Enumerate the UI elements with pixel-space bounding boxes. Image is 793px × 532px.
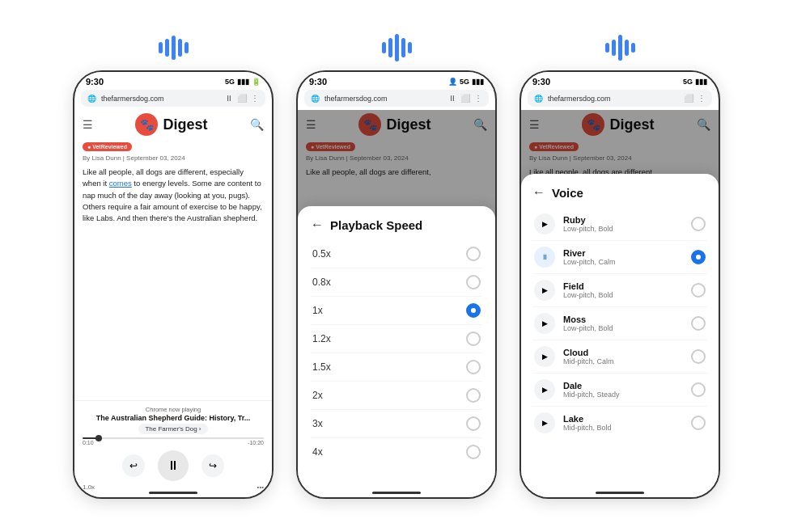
speed-label-1[interactable]: 1.0x (83, 483, 95, 491)
article-header-3: ☰ 🐾 Digest 🔍 (521, 110, 719, 137)
speed-option-4[interactable]: 4x (311, 438, 482, 466)
status-bar-1: 9:30 5G ▮▮▮ 🔋 (74, 72, 272, 90)
speed-radio-08[interactable] (466, 275, 481, 289)
pause-button-1[interactable]: ⏸ (158, 450, 189, 481)
phone1-col: 9:30 5G ▮▮▮ 🔋 🌐 thefarmersdog.com ⏸ ⬜ ⋮ (73, 33, 274, 499)
voice-play-river[interactable]: ⏸ (534, 247, 555, 268)
hamburger-icon-2[interactable]: ☰ (306, 118, 316, 131)
digest-logo-2: 🐾 Digest (358, 113, 430, 136)
menu-icon-1[interactable]: ⋮ (251, 94, 259, 103)
voice-info-dale: Dale Mid-pitch, Steady (563, 381, 683, 399)
voice-play-cloud[interactable]: ▶ (534, 346, 555, 367)
speed-option-3[interactable]: 3x (311, 410, 482, 438)
voice-option-river[interactable]: ⏸ River Low-pitch, Calm (532, 241, 707, 274)
voice-option-dale[interactable]: ▶ Dale Mid-pitch, Steady (532, 374, 707, 407)
voice-option-field[interactable]: ▶ Field Low-pitch, Bold (532, 274, 707, 307)
browser-bar-2[interactable]: 🌐 thefarmersdog.com ⏸ ⬜ ⋮ (304, 90, 489, 107)
voice-option-ruby[interactable]: ▶ Ruby Low-pitch, Bold (532, 208, 707, 241)
pause-icon-1[interactable]: ⏸ (225, 94, 233, 103)
voice-info-lake: Lake Mid-pitch, Bold (563, 414, 683, 432)
voice-radio-river[interactable] (691, 250, 706, 264)
tab-icon-3[interactable]: ⬜ (684, 94, 693, 103)
menu-icon-3[interactable]: ⋮ (698, 94, 706, 103)
speed-option-08[interactable]: 0.8x (311, 268, 482, 297)
tab-icon-2[interactable]: ⬜ (460, 94, 470, 103)
voice-radio-ruby[interactable] (691, 217, 706, 231)
status-bar-2: 9:30 👤 5G ▮▮▮ (298, 72, 495, 90)
speed-option-15[interactable]: 1.5x (311, 353, 482, 382)
speed-back-arrow[interactable]: ← (311, 217, 324, 232)
speed-option-12[interactable]: 1.2x (311, 325, 482, 353)
progress-bar-1[interactable]: 0:10 -10:20 (83, 437, 264, 445)
phone2-col: 9:30 👤 5G ▮▮▮ 🌐 thefarmersdog.com ⏸ ⬜ ⋮ (296, 33, 497, 499)
speed-radio-3[interactable] (466, 416, 481, 431)
voice-radio-cloud[interactable] (691, 349, 706, 364)
voice-option-lake[interactable]: ▶ Lake Mid-pitch, Bold (532, 407, 707, 439)
status-icons-3: 5G ▮▮▮ (683, 78, 707, 86)
speed-label-2: 2x (312, 390, 323, 401)
globe-icon-2: 🌐 (311, 95, 320, 103)
voice-name-lake: Lake (563, 414, 683, 424)
speed-radio-15[interactable] (466, 360, 481, 374)
forward-button-1[interactable]: ↪ (201, 454, 224, 477)
voice-radio-field[interactable] (691, 283, 706, 298)
hamburger-icon-1[interactable]: ☰ (83, 118, 93, 131)
voice-panel-header: ← Voice (532, 185, 707, 200)
voice-name-dale: Dale (563, 381, 683, 391)
search-icon-2[interactable]: 🔍 (473, 118, 487, 131)
bars-2: ▮▮▮ (472, 78, 484, 86)
voice-info-ruby: Ruby Low-pitch, Bold (563, 215, 683, 233)
voice-name-cloud: Cloud (563, 348, 683, 357)
voice-back-arrow[interactable]: ← (532, 185, 545, 200)
voice-radio-lake[interactable] (691, 416, 706, 430)
speed-radio-05[interactable] (466, 247, 481, 261)
browser-bar-1[interactable]: 🌐 thefarmersdog.com ⏸ ⬜ ⋮ (81, 90, 265, 107)
voice-panel: ← Voice ▶ Ruby Low-pitch, Bold ⏸ Riv (521, 174, 719, 497)
menu-icon-2[interactable]: ⋮ (474, 94, 482, 103)
speed-radio-4[interactable] (466, 445, 481, 459)
voice-play-dale[interactable]: ▶ (534, 379, 555, 400)
speed-option-2[interactable]: 2x (311, 382, 482, 410)
browser-bar-3[interactable]: 🌐 thefarmersdog.com ⬜ ⋮ (528, 90, 712, 107)
search-icon-1[interactable]: 🔍 (250, 118, 264, 131)
wave-bar (605, 43, 609, 53)
voice-play-ruby[interactable]: ▶ (534, 213, 555, 234)
browser-icons-1: ⏸ ⬜ ⋮ (225, 94, 259, 103)
source-tag-1[interactable]: The Farmer's Dog › (138, 424, 207, 434)
tab-icon-1[interactable]: ⬜ (237, 94, 247, 103)
voice-option-cloud[interactable]: ▶ Cloud Mid-pitch, Calm (532, 340, 707, 374)
voice-play-moss[interactable]: ▶ (534, 313, 555, 334)
wave-bar (159, 42, 163, 53)
more-options-1[interactable]: ••• (257, 483, 264, 491)
now-playing-label-1: Chrome now playing (83, 406, 264, 413)
digest-title-1: Digest (163, 116, 207, 133)
voice-name-river: River (563, 248, 683, 258)
speed-option-1[interactable]: 1x (311, 297, 482, 325)
wave-bar (612, 40, 616, 56)
article-meta-1: By Lisa Dunn | September 03, 2024 (74, 153, 272, 163)
voice-option-moss[interactable]: ▶ Moss Low-pitch, Bold (532, 307, 707, 340)
speed-radio-12[interactable] (466, 331, 481, 346)
voice-play-field[interactable]: ▶ (534, 280, 555, 301)
voice-desc-river: Low-pitch, Calm (563, 258, 683, 266)
digest-title-3: Digest (609, 116, 654, 133)
voice-radio-dale[interactable] (691, 382, 706, 397)
globe-icon-3: 🌐 (534, 95, 543, 103)
article-header-1: ☰ 🐾 Digest 🔍 (74, 110, 272, 137)
voice-play-lake[interactable]: ▶ (534, 412, 555, 433)
speed-option-05[interactable]: 0.5x (311, 240, 482, 268)
rewind-button-1[interactable]: ↩ (122, 454, 145, 477)
sound-wave-1 (159, 33, 189, 62)
progress-thumb-1[interactable] (95, 435, 102, 441)
pause-icon-2[interactable]: ⏸ (448, 94, 456, 103)
time-1: 9:30 (86, 77, 104, 87)
speed-radio-2[interactable] (466, 388, 481, 403)
speed-radio-1[interactable] (466, 303, 481, 318)
voice-radio-moss[interactable] (691, 316, 706, 331)
wave-bar (408, 42, 412, 53)
search-icon-3[interactable]: 🔍 (697, 118, 710, 131)
wave-bar (165, 39, 169, 57)
speed-label-1: 1x (312, 305, 323, 316)
hamburger-icon-3[interactable]: ☰ (529, 118, 540, 131)
signal-3: 5G (683, 78, 693, 86)
